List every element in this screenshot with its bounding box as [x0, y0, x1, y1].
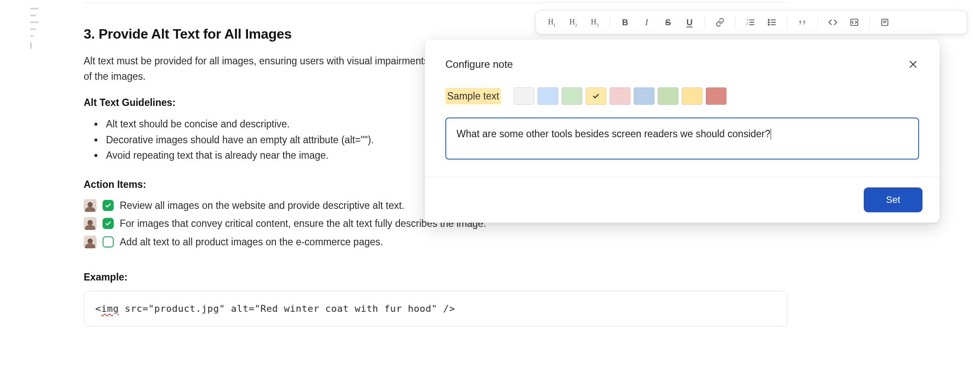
code-icon: [828, 18, 838, 27]
svg-text:2: 2: [747, 22, 748, 26]
highlight-color-row: Sample text: [445, 87, 919, 105]
link-icon: [715, 18, 725, 27]
color-swatch-yellow[interactable]: [586, 87, 606, 105]
example-heading: Example:: [84, 270, 787, 285]
svg-text:1: 1: [747, 18, 748, 22]
color-swatch-pink[interactable]: [610, 87, 630, 105]
svg-point-6: [768, 22, 769, 23]
minimap: [30, 8, 43, 49]
avatar: [84, 235, 97, 248]
toolbar-separator: [735, 16, 735, 29]
heading2-button[interactable]: H2: [563, 14, 583, 31]
note-icon: [880, 18, 889, 27]
svg-point-7: [768, 24, 769, 25]
underline-button[interactable]: U: [680, 14, 699, 31]
toolbar-separator: [817, 16, 818, 29]
popover-footer: Set: [425, 177, 940, 223]
check-icon: [592, 92, 600, 100]
color-swatch-sky[interactable]: [634, 87, 654, 105]
toolbar-separator: [705, 16, 705, 29]
color-swatch-blue[interactable]: [538, 87, 558, 105]
strikethrough-button[interactable]: S: [658, 14, 678, 31]
color-swatch-green[interactable]: [562, 87, 582, 105]
note-button[interactable]: [875, 14, 895, 31]
unordered-list-icon: [767, 18, 777, 27]
ordered-list-icon: 12: [746, 18, 755, 27]
unordered-list-button[interactable]: [762, 14, 782, 31]
code-block: <img src="product.jpg" alt="Red winter c…: [84, 291, 787, 326]
color-swatch-none[interactable]: [514, 87, 534, 105]
action-text: Add alt text to all product images on th…: [120, 235, 383, 250]
checkbox-checked[interactable]: [103, 218, 114, 229]
close-button[interactable]: [907, 58, 919, 70]
link-button[interactable]: [710, 14, 730, 31]
color-swatch-mint[interactable]: [658, 87, 678, 105]
popover-header: Configure note: [425, 39, 940, 79]
popover-title: Configure note: [445, 57, 513, 72]
action-item: Add alt text to all product images on th…: [84, 235, 787, 250]
configure-note-popover: Configure note Sample text What are some: [425, 39, 940, 223]
avatar: [84, 217, 97, 230]
heading1-button[interactable]: H1: [542, 14, 562, 31]
divider: [84, 3, 787, 3]
text-caret: [771, 129, 771, 139]
set-button[interactable]: Set: [864, 187, 923, 212]
code-block-icon: [850, 18, 859, 27]
quote-icon: [798, 18, 807, 27]
sample-text-preview: Sample text: [445, 88, 501, 105]
quote-button[interactable]: [792, 14, 812, 31]
color-swatch-gold[interactable]: [682, 87, 702, 105]
color-swatches: [514, 87, 726, 105]
code-block-button[interactable]: [844, 14, 864, 31]
heading3-button[interactable]: H3: [585, 14, 605, 31]
action-text: Review all images on the website and pro…: [120, 198, 405, 213]
bold-button[interactable]: B: [615, 14, 635, 31]
spellcheck-marker: img: [101, 303, 119, 314]
popover-body: Sample text What are some other tools be…: [425, 79, 940, 177]
formatting-toolbar: H1 H2 H3 B I S U 12: [535, 10, 967, 34]
svg-point-5: [768, 19, 769, 21]
checkbox-unchecked[interactable]: [103, 236, 114, 247]
code-button[interactable]: [823, 14, 843, 31]
close-icon: [908, 59, 918, 69]
toolbar-separator: [610, 16, 610, 29]
checkbox-checked[interactable]: [103, 200, 114, 211]
note-text-input[interactable]: What are some other tools besides screen…: [445, 118, 919, 160]
ordered-list-button[interactable]: 12: [741, 14, 760, 31]
avatar: [84, 199, 97, 212]
toolbar-separator: [869, 16, 870, 29]
italic-button[interactable]: I: [637, 14, 656, 31]
toolbar-separator: [787, 16, 787, 29]
color-swatch-red[interactable]: [706, 87, 726, 105]
